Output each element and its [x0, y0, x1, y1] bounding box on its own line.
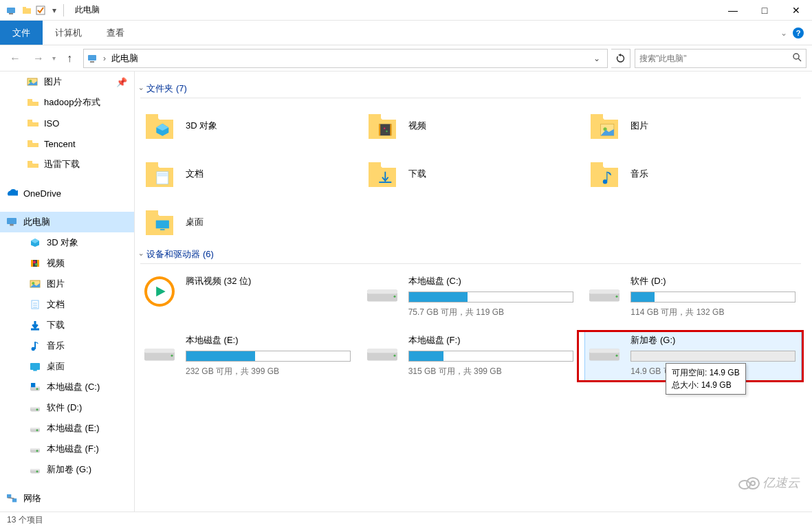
- sidebar-item[interactable]: 本地磁盘 (C:): [0, 377, 134, 397]
- 3d-objects-icon: [29, 236, 41, 249]
- sidebar-item-label: 本地磁盘 (C:): [47, 381, 100, 393]
- app-icon: [6, 5, 17, 16]
- qa-dropdown-icon[interactable]: ▾: [50, 6, 59, 15]
- music-icon: [29, 340, 41, 352]
- refresh-button[interactable]: [611, 49, 630, 68]
- sidebar[interactable]: 图片 📌 hadoop分布式 ISO Tencent 迅雷下载 OneDrive…: [0, 72, 135, 512]
- address-bar[interactable]: › 此电脑 ⌄: [83, 49, 608, 68]
- maximize-button[interactable]: □: [749, 0, 780, 21]
- folder-item[interactable]: 3D 对象: [140, 107, 356, 145]
- svg-point-20: [33, 261, 36, 263]
- breadcrumb-separator[interactable]: ›: [102, 54, 107, 63]
- svg-rect-6: [90, 61, 94, 63]
- folder-item[interactable]: 视频: [363, 107, 579, 145]
- drive-item[interactable]: 腾讯视频 (32 位): [140, 272, 356, 322]
- sidebar-item[interactable]: 图片 📌: [0, 72, 134, 92]
- onedrive-icon: [6, 187, 18, 199]
- address-dropdown-icon[interactable]: ⌄: [589, 54, 604, 63]
- folder-item[interactable]: 图片: [585, 107, 801, 145]
- ribbon-collapse-icon[interactable]: ⌄: [780, 28, 787, 38]
- sidebar-item[interactable]: hadoop分布式: [0, 92, 134, 113]
- svg-rect-71: [607, 172, 608, 181]
- folder-icon: [26, 96, 39, 109]
- drive-item[interactable]: 本地磁盘 (E:) 232 GB 可用，共 399 GB: [140, 331, 356, 381]
- svg-point-7: [793, 54, 799, 59]
- svg-rect-16: [10, 224, 13, 226]
- folder-label: 视频: [408, 120, 426, 132]
- history-dropdown-icon[interactable]: ▾: [52, 54, 56, 62]
- capacity-bar: [408, 292, 573, 302]
- sidebar-item[interactable]: 桌面: [0, 356, 134, 377]
- sidebar-item[interactable]: 新加卷 (G:): [0, 459, 134, 480]
- capacity-bar: [408, 351, 573, 362]
- drive-item[interactable]: 本地磁盘 (F:) 315 GB 可用，共 399 GB: [363, 331, 579, 381]
- svg-rect-84: [144, 349, 175, 353]
- drives-group-header[interactable]: › 设备和驱动器 (6): [140, 248, 801, 264]
- sidebar-item[interactable]: 音乐: [0, 336, 134, 356]
- qa-checkbox-icon[interactable]: [36, 6, 45, 15]
- drive-stats: 232 GB 可用，共 399 GB: [186, 366, 353, 377]
- drive-stats: 315 GB 可用，共 399 GB: [408, 366, 576, 377]
- sidebar-item[interactable]: 3D 对象: [0, 232, 134, 253]
- svg-point-39: [36, 408, 39, 410]
- up-button[interactable]: ↑: [60, 49, 79, 68]
- tab-file[interactable]: 文件: [0, 21, 43, 45]
- tab-computer[interactable]: 计算机: [43, 21, 94, 45]
- sidebar-item[interactable]: Tencent: [0, 133, 134, 154]
- tencent-video-icon: [143, 275, 176, 308]
- window-title: 此电脑: [75, 4, 100, 16]
- drive-icon: [366, 334, 399, 367]
- sidebar-item[interactable]: 图片: [0, 274, 134, 294]
- sidebar-item-label: 文档: [47, 298, 65, 311]
- drive-label: 软件 (D:): [630, 275, 798, 287]
- svg-point-42: [36, 429, 39, 431]
- sidebar-item-label: 下载: [47, 319, 65, 331]
- breadcrumb-location[interactable]: 此电脑: [111, 52, 138, 65]
- svg-rect-73: [156, 220, 169, 228]
- sidebar-item[interactable]: 本地磁盘 (F:): [0, 439, 134, 459]
- sidebar-item[interactable]: 软件 (D:): [0, 397, 134, 418]
- sidebar-item[interactable]: 本地磁盘 (E:): [0, 418, 134, 439]
- qa-folder-icon[interactable]: [22, 6, 32, 15]
- close-button[interactable]: ✕: [780, 0, 812, 21]
- drive-item[interactable]: 本地磁盘 (C:) 75.7 GB 可用，共 119 GB: [363, 272, 579, 322]
- help-icon[interactable]: ?: [793, 28, 804, 38]
- folder-item[interactable]: 音乐: [585, 155, 801, 193]
- svg-rect-32: [33, 369, 36, 371]
- forward-button[interactable]: →: [29, 49, 48, 68]
- folder-item[interactable]: 桌面: [140, 203, 356, 241]
- drive-icon: [29, 443, 41, 455]
- svg-point-35: [36, 388, 39, 390]
- folders-group-header[interactable]: › 文件夹 (7): [140, 82, 801, 98]
- search-input[interactable]: [639, 54, 792, 63]
- drive-tooltip: 可用空间: 14.9 GB 总大小: 14.9 GB: [666, 363, 746, 395]
- drive-label: 腾讯视频 (32 位): [186, 275, 353, 287]
- back-button[interactable]: ←: [6, 49, 25, 68]
- svg-point-82: [616, 296, 618, 298]
- search-box[interactable]: [635, 49, 806, 68]
- item-count: 13 个项目: [7, 514, 43, 526]
- minimize-button[interactable]: —: [717, 0, 749, 21]
- sidebar-item[interactable]: 视频: [0, 253, 134, 274]
- sidebar-item[interactable]: OneDrive: [0, 183, 134, 204]
- sidebar-item[interactable]: 文档: [0, 294, 134, 315]
- svg-rect-44: [30, 448, 40, 450]
- drive-item[interactable]: 软件 (D:) 114 GB 可用，共 132 GB: [585, 272, 801, 322]
- folder-item[interactable]: 文档: [140, 155, 356, 193]
- sidebar-item[interactable]: 网络: [0, 488, 134, 509]
- search-icon[interactable]: [792, 52, 802, 64]
- sidebar-item-label: 3D 对象: [47, 236, 78, 249]
- drive-stats: 75.7 GB 可用，共 119 GB: [408, 307, 576, 318]
- sidebar-item-label: ISO: [44, 118, 59, 129]
- svg-rect-18: [31, 260, 33, 267]
- svg-rect-11: [28, 99, 32, 102]
- sidebar-item[interactable]: ISO: [0, 113, 134, 133]
- folder-item[interactable]: 下载: [363, 155, 579, 193]
- tab-view[interactable]: 查看: [94, 21, 137, 45]
- vertical-divider: [63, 4, 64, 16]
- sidebar-item[interactable]: 此电脑: [0, 212, 134, 232]
- sidebar-item[interactable]: 迅雷下载: [0, 154, 134, 175]
- svg-rect-87: [367, 349, 397, 353]
- sidebar-item[interactable]: 下载: [0, 315, 134, 336]
- sidebar-item-label: 桌面: [47, 360, 65, 373]
